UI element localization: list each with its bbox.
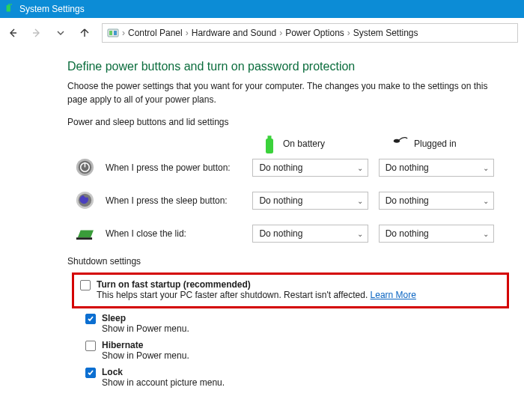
battery-icon (262, 135, 277, 153)
nav-row: › Control Panel › Hardware and Sound › P… (0, 18, 524, 48)
section-label-shutdown: Shutdown settings (67, 256, 494, 267)
chevron-down-icon: ⌄ (483, 197, 489, 205)
chevron-down-icon: ⌄ (357, 197, 363, 205)
svg-rect-17 (76, 237, 92, 240)
nav-recent-icon[interactable] (54, 26, 67, 40)
row-label: When I press the power button: (106, 162, 242, 173)
chevron-down-icon: ⌄ (483, 230, 489, 238)
power-button-icon (75, 157, 95, 178)
chevron-down-icon: ⌄ (357, 230, 363, 238)
page-description: Choose the power settings that you want … (67, 79, 494, 106)
select-value: Do nothing (386, 162, 429, 173)
nav-forward-icon[interactable] (30, 26, 43, 40)
titlebar: System Settings (0, 0, 524, 18)
learn-more-link[interactable]: Learn More (371, 290, 416, 300)
sleep-title: Sleep (102, 313, 189, 323)
column-label: Plugged in (414, 139, 457, 149)
sleep-button-plugged-select[interactable]: Do nothing ⌄ (379, 192, 494, 210)
power-button-battery-select[interactable]: Do nothing ⌄ (252, 159, 368, 177)
breadcrumb-item[interactable]: System Settings (353, 28, 418, 38)
hibernate-sub: Show in Power menu. (102, 350, 189, 361)
breadcrumb-item[interactable]: Power Options (285, 28, 344, 38)
plug-icon (393, 135, 408, 153)
setting-row-close-lid: When I close the lid: Do nothing ⌄ Do no… (67, 223, 494, 244)
section-label-buttons-lid: Power and sleep buttons and lid settings (67, 117, 494, 127)
hibernate-row: Hibernate Show in Power menu. (67, 338, 494, 362)
select-value: Do nothing (386, 228, 429, 239)
svg-rect-6 (109, 31, 112, 35)
select-value: Do nothing (386, 195, 429, 206)
chevron-right-icon: › (122, 28, 125, 38)
breadcrumb-item[interactable]: Hardware and Sound (192, 28, 276, 38)
svg-rect-8 (266, 139, 273, 153)
setting-row-power-button: When I press the power button: Do nothin… (67, 157, 494, 178)
select-value: Do nothing (259, 228, 302, 239)
select-value: Do nothing (259, 162, 302, 173)
sleep-checkbox[interactable] (85, 314, 96, 324)
column-on-battery: On battery (262, 135, 363, 153)
chevron-down-icon: ⌄ (357, 164, 363, 172)
lid-plugged-select[interactable]: Do nothing ⌄ (379, 225, 494, 243)
column-label: On battery (283, 139, 325, 149)
laptop-lid-icon (75, 223, 95, 244)
svg-point-10 (394, 139, 400, 143)
shutdown-items: Sleep Show in Power menu. Hibernate Show… (67, 311, 494, 389)
sleep-sub: Show in Power menu. (102, 323, 189, 334)
page-title: Define power buttons and turn on passwor… (67, 60, 494, 73)
hibernate-checkbox[interactable] (85, 341, 96, 351)
svg-rect-7 (114, 31, 117, 35)
svg-rect-0 (7, 5, 10, 12)
svg-rect-2 (10, 4, 12, 5)
chevron-right-icon: › (347, 28, 350, 38)
hibernate-title: Hibernate (102, 340, 189, 350)
lock-sub: Show in account picture menu. (102, 377, 225, 388)
lock-checkbox[interactable] (85, 368, 96, 378)
lid-battery-select[interactable]: Do nothing ⌄ (252, 225, 368, 243)
lock-title: Lock (102, 367, 225, 377)
nav-up-icon[interactable] (78, 26, 91, 40)
content-area: Define power buttons and turn on passwor… (0, 48, 524, 404)
svg-rect-9 (268, 136, 272, 139)
highlight-box: Turn on fast startup (recommended) This … (72, 273, 509, 308)
column-headers: On battery Plugged in (67, 135, 494, 153)
control-panel-icon (107, 27, 119, 39)
power-button-plugged-select[interactable]: Do nothing ⌄ (379, 159, 494, 177)
lock-row: Lock Show in account picture menu. (67, 365, 494, 389)
fast-startup-title: Turn on fast startup (recommended) (97, 279, 416, 290)
sleep-row: Sleep Show in Power menu. (67, 311, 494, 335)
breadcrumb-item[interactable]: Control Panel (128, 28, 183, 38)
chevron-down-icon: ⌄ (483, 164, 489, 172)
fast-startup-sub: This helps start your PC faster after sh… (97, 290, 416, 300)
address-bar[interactable]: › Control Panel › Hardware and Sound › P… (102, 23, 518, 43)
fast-startup-checkbox[interactable] (80, 280, 91, 290)
fast-startup-row: Turn on fast startup (recommended) This … (80, 278, 501, 302)
select-value: Do nothing (259, 195, 302, 206)
sleep-button-icon (75, 190, 95, 211)
chevron-right-icon: › (279, 28, 282, 38)
row-label: When I close the lid: (106, 228, 242, 239)
row-label: When I press the sleep button: (106, 195, 242, 206)
svg-rect-1 (8, 4, 10, 5)
setting-row-sleep-button: When I press the sleep button: Do nothin… (67, 190, 494, 211)
app-icon (4, 4, 15, 14)
sleep-button-battery-select[interactable]: Do nothing ⌄ (252, 192, 368, 210)
nav-back-icon[interactable] (6, 26, 19, 40)
window-title: System Settings (19, 4, 85, 14)
column-plugged-in: Plugged in (393, 135, 494, 153)
chevron-right-icon: › (186, 28, 189, 38)
